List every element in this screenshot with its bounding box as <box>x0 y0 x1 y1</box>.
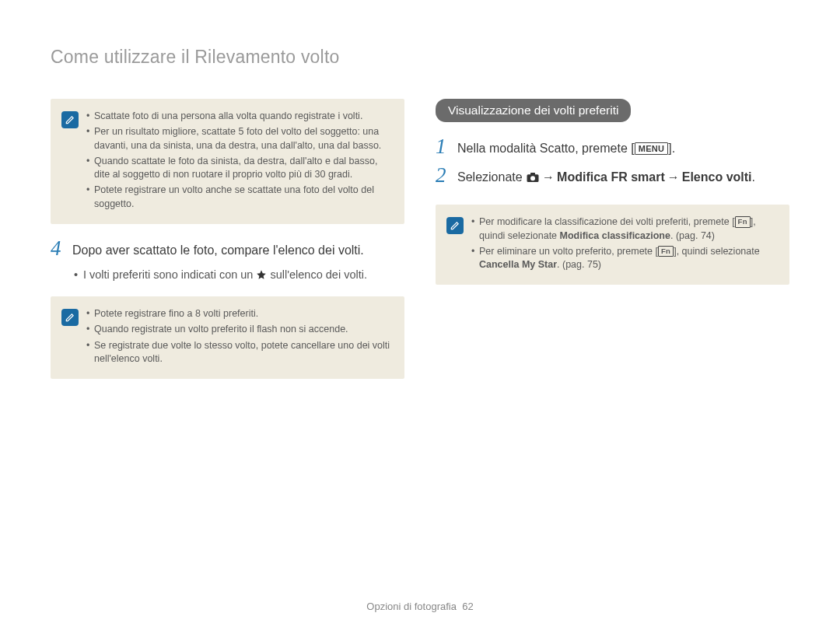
step-number: 1 <box>436 136 450 157</box>
note-item: Potete registrare un volto anche se scat… <box>86 184 392 211</box>
manual-page: Come utilizzare il Rilevamento volto Sca… <box>0 0 840 634</box>
page-footer: Opzioni di fotografia 62 <box>0 601 840 612</box>
note-item: Potete registrare fino a 8 volti preferi… <box>86 307 392 321</box>
step-sub-item: I volti preferiti sono indicati con un s… <box>74 267 404 284</box>
section-header: Visualizzazione dei volti preferiti <box>436 99 631 122</box>
pencil-note-icon <box>61 111 79 128</box>
pencil-note-icon <box>61 309 79 326</box>
svg-point-2 <box>530 176 535 180</box>
note-box-2: Potete registrare fino a 8 volti preferi… <box>51 296 404 379</box>
step-text: Nella modalità Scatto, premete [MENU]. <box>457 136 789 157</box>
note-item: Per un risultato migliore, scattate 5 fo… <box>86 125 392 152</box>
note-body: Per modificare la classificazione dei vo… <box>471 215 777 274</box>
right-column: Visualizzazione dei volti preferiti 1 Ne… <box>436 99 789 393</box>
step-text: Dopo aver scattato le foto, compare l'el… <box>72 238 404 259</box>
note-item: Quando registrate un volto preferito il … <box>86 323 392 336</box>
note-item: Se registrate due volte lo stesso volto,… <box>86 339 392 366</box>
note-item: Per eliminare un volto preferito, premet… <box>471 245 777 272</box>
note-box-3: Per modificare la classificazione dei vo… <box>436 205 789 285</box>
step-2: 2 Selezionate →Modifica FR smart→Elenco … <box>436 165 789 187</box>
footer-page-number: 62 <box>462 601 473 612</box>
svg-rect-1 <box>530 173 535 175</box>
star-icon <box>256 268 267 284</box>
fn-key: Fn <box>735 216 751 227</box>
step-sub-list: I volti preferiti sono indicati con un s… <box>74 267 404 284</box>
note-item: Quando scattate le foto da sinista, da d… <box>86 155 392 182</box>
note-body: Potete registrare fino a 8 volti preferi… <box>86 307 392 368</box>
step-text: Selezionate →Modifica FR smart→Elenco vo… <box>457 165 789 187</box>
note-item: Scattate foto di una persona alla volta … <box>86 110 392 123</box>
step-number: 2 <box>436 165 450 186</box>
step-4: 4 Dopo aver scattato le foto, compare l'… <box>51 238 404 259</box>
columns: Scattate foto di una persona alla volta … <box>51 99 789 393</box>
step-1: 1 Nella modalità Scatto, premete [MENU]. <box>436 136 789 157</box>
camera-icon <box>526 170 540 187</box>
left-column: Scattate foto di una persona alla volta … <box>51 99 404 393</box>
fn-key: Fn <box>658 246 674 257</box>
page-title: Come utilizzare il Rilevamento volto <box>51 47 789 68</box>
note-item: Per modificare la classificazione dei vo… <box>471 215 777 243</box>
step-number: 4 <box>51 238 65 259</box>
note-box-1: Scattate foto di una persona alla volta … <box>51 99 404 224</box>
menu-key: MENU <box>635 142 669 155</box>
note-body: Scattate foto di una persona alla volta … <box>86 110 392 213</box>
footer-section: Opzioni di fotografia <box>366 601 457 612</box>
pencil-note-icon <box>446 217 464 234</box>
